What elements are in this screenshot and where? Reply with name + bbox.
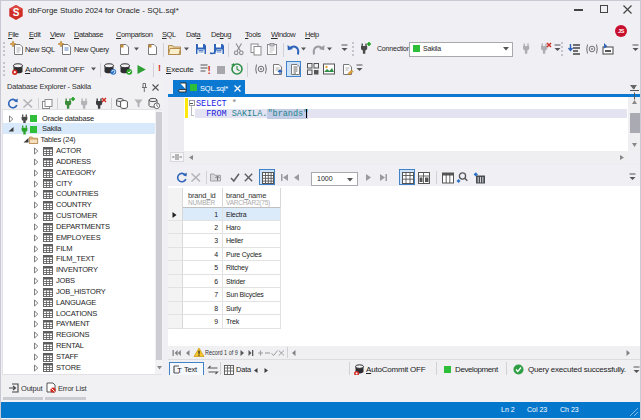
svg-text:T: T (177, 366, 182, 375)
svg-text:!: ! (208, 65, 211, 76)
svg-text:S: S (13, 7, 20, 18)
